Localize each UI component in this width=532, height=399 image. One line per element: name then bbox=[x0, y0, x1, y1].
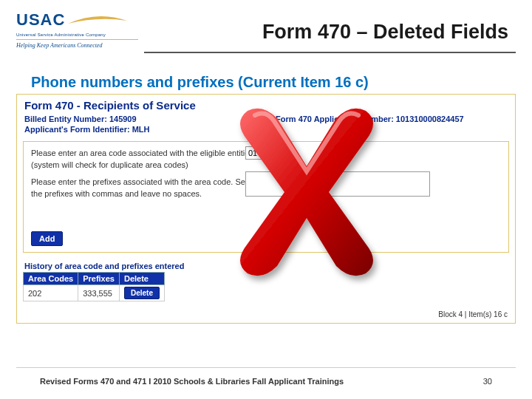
prefixes-textarea[interactable] bbox=[245, 171, 430, 197]
logo-divider bbox=[16, 39, 138, 40]
table-row: 202 333,555 Delete bbox=[24, 285, 165, 301]
col-area-codes: Area Codes bbox=[24, 273, 78, 285]
form-screenshot: Form 470 - Recipients of Service Billed … bbox=[16, 94, 516, 324]
usac-logo: USAC Universal Service Administrative Co… bbox=[16, 10, 138, 49]
form-panel-title: Form 470 - Recipients of Service bbox=[17, 95, 515, 115]
logo-letters: USAC bbox=[16, 10, 65, 30]
area-code-input-group: Please enter an area code associated wit… bbox=[23, 141, 509, 253]
billed-entity-label: Billed Entity Number: 145909 bbox=[24, 115, 276, 123]
logo-subtitle-2: Helping Keep Americans Connected bbox=[16, 42, 138, 49]
instruction-line-2: (system will check for duplicate area co… bbox=[31, 160, 501, 170]
history-table: Area Codes Prefixes Delete 202 333,555 D… bbox=[23, 272, 165, 301]
application-number-label: Form 470 Application Number: 10131000082… bbox=[276, 115, 508, 123]
area-code-input[interactable] bbox=[245, 146, 285, 160]
slide-footer: Revised Forms 470 and 471 I 2010 Schools… bbox=[40, 377, 492, 386]
page-number: 30 bbox=[483, 377, 492, 386]
col-prefixes: Prefixes bbox=[78, 273, 120, 285]
table-header-row: Area Codes Prefixes Delete bbox=[24, 273, 165, 285]
slide-title: Form 470 – Deleted Fields bbox=[138, 10, 516, 44]
add-button[interactable]: Add bbox=[31, 231, 63, 246]
col-delete: Delete bbox=[119, 273, 164, 285]
logo-subtitle-1: Universal Service Administrative Company bbox=[16, 33, 138, 37]
slide-header: USAC Universal Service Administrative Co… bbox=[0, 0, 532, 49]
cell-prefixes: 333,555 bbox=[78, 285, 120, 301]
history-heading: History of area code and prefixes entere… bbox=[23, 259, 509, 272]
applicant-identifier-label: Applicant's Form Identifier: MLH bbox=[24, 125, 508, 134]
footer-divider bbox=[16, 367, 516, 368]
footer-text: Revised Forms 470 and 471 I 2010 Schools… bbox=[40, 377, 344, 386]
title-underline bbox=[144, 52, 516, 53]
cell-area-code: 202 bbox=[24, 285, 78, 301]
logo-swoosh-icon bbox=[68, 15, 127, 25]
delete-button[interactable]: Delete bbox=[124, 287, 160, 299]
slide-subheading: Phone numbers and prefixes (Current Item… bbox=[31, 74, 532, 91]
block-item-info: Block 4 | Item(s) 16 c bbox=[17, 307, 515, 323]
